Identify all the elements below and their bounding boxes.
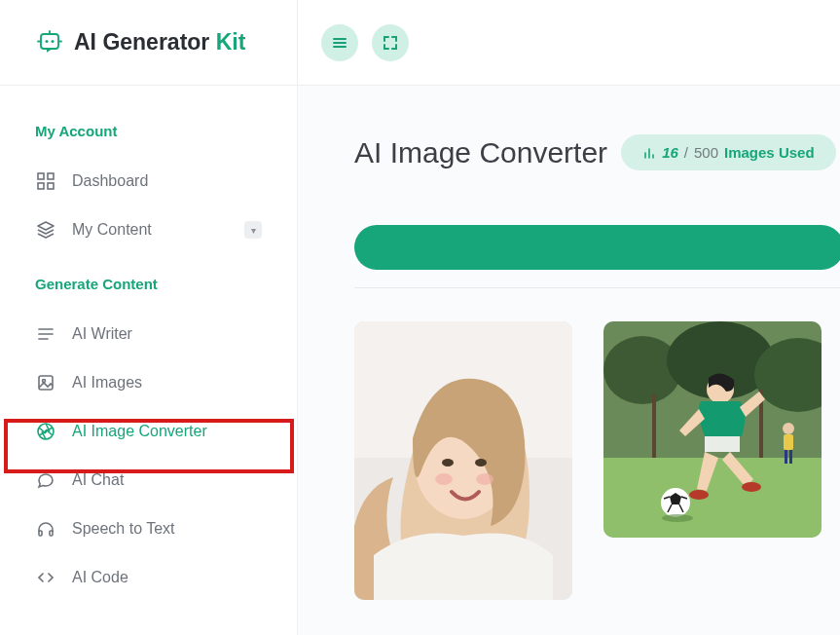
svg-rect-20 [50, 531, 53, 536]
svg-point-2 [52, 40, 55, 43]
svg-rect-43 [705, 436, 740, 452]
sidebar-item-dashboard[interactable]: Dashboard [0, 157, 297, 205]
svg-rect-10 [48, 173, 54, 179]
svg-point-28 [475, 459, 487, 467]
bar-chart-icon [642, 146, 656, 160]
menu-toggle-button[interactable] [321, 24, 358, 61]
sidebar-item-my-content[interactable]: My Content ▾ [0, 205, 297, 254]
svg-rect-41 [789, 450, 792, 464]
primary-action-button[interactable] [354, 225, 840, 270]
sidebar-item-ai-code[interactable]: AI Code [0, 553, 297, 602]
svg-point-27 [442, 459, 454, 467]
svg-rect-12 [48, 183, 54, 189]
portrait-illustration [354, 321, 572, 600]
svg-rect-11 [38, 183, 44, 189]
sidebar-item-ai-writer[interactable]: AI Writer [0, 310, 297, 358]
sidebar-item-label: AI Writer [72, 325, 132, 343]
main-content: AI Image Converter 16 / 500 Images Used [298, 86, 840, 635]
image-icon [35, 372, 56, 393]
sidebar-section-generate-content: Generate Content [0, 276, 297, 310]
sidebar-item-label: AI Images [72, 374, 142, 392]
svg-rect-36 [652, 394, 656, 458]
svg-rect-9 [38, 173, 44, 179]
svg-rect-0 [41, 34, 58, 49]
code-icon [35, 567, 56, 588]
sidebar-item-ai-images[interactable]: AI Images [0, 358, 297, 407]
lines-icon [35, 323, 56, 345]
svg-point-45 [742, 482, 761, 492]
soccer-illustration [603, 321, 822, 538]
robot-icon [35, 28, 64, 57]
usage-pill: 16 / 500 Images Used [621, 134, 835, 170]
logo-area: AI Generator Kit [0, 0, 298, 85]
usage-label: Images Used [724, 144, 815, 161]
divider [354, 287, 840, 288]
fullscreen-icon [383, 35, 398, 51]
svg-point-38 [783, 423, 794, 434]
chat-icon [35, 469, 56, 491]
svg-rect-40 [785, 450, 787, 464]
svg-point-1 [46, 40, 49, 43]
svg-rect-19 [39, 531, 42, 536]
usage-used: 16 [662, 144, 678, 161]
sidebar-item-label: AI Chat [72, 471, 124, 489]
sidebar-item-label: Speech to Text [72, 520, 175, 538]
headphones-icon [35, 518, 56, 540]
brand-name-b: Kit [216, 29, 246, 55]
logo[interactable]: AI Generator Kit [35, 28, 245, 57]
sidebar-item-ai-chat[interactable]: AI Chat [0, 456, 297, 504]
grid-icon [35, 170, 56, 192]
aperture-icon [35, 421, 56, 442]
svg-point-44 [689, 490, 709, 500]
page-title: AI Image Converter [354, 136, 607, 169]
sidebar: My Account Dashboard My Content ▾ Genera… [0, 86, 298, 635]
layers-icon [35, 219, 56, 241]
sidebar-item-label: AI Code [72, 569, 128, 586]
usage-total: 500 [694, 144, 718, 161]
chevron-down-icon[interactable]: ▾ [244, 221, 262, 239]
hamburger-icon [332, 35, 347, 51]
fullscreen-button[interactable] [372, 24, 409, 61]
sidebar-item-label: Dashboard [72, 172, 148, 190]
image-card-1[interactable] [354, 321, 572, 600]
sidebar-item-label: AI Image Converter [72, 423, 207, 440]
svg-point-48 [662, 514, 693, 522]
usage-sep: / [684, 144, 688, 161]
svg-rect-39 [784, 434, 793, 450]
svg-point-29 [435, 473, 453, 485]
brand-name-a: AI Generator [74, 29, 216, 55]
svg-point-30 [476, 473, 493, 485]
sidebar-item-ai-image-converter[interactable]: AI Image Converter [0, 407, 297, 456]
sidebar-item-speech-to-text[interactable]: Speech to Text [0, 504, 297, 553]
image-card-2[interactable] [603, 321, 822, 538]
sidebar-item-label: My Content [72, 221, 152, 239]
sidebar-section-my-account: My Account [0, 123, 297, 157]
